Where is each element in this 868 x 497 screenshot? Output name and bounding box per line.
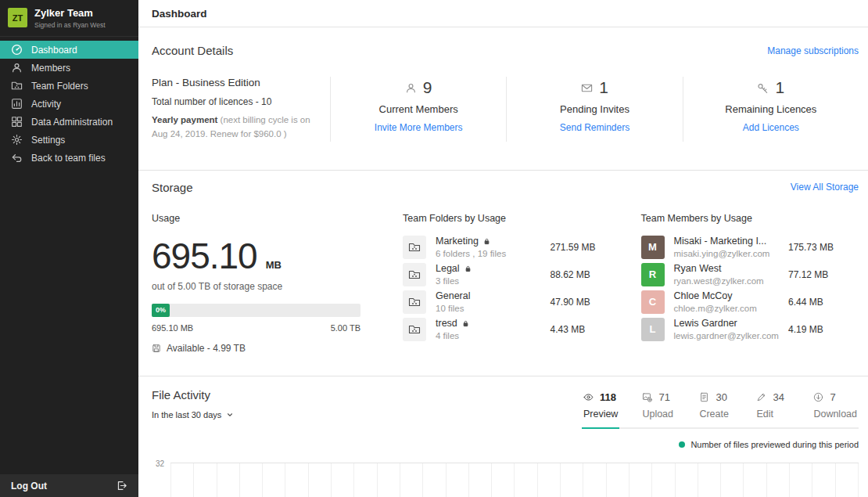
team-folder-row[interactable]: Marketing6 folders , 19 files271.59 MB bbox=[403, 236, 621, 259]
sidebar-item-back-to-team-files[interactable]: Back to team files bbox=[0, 149, 138, 167]
team-folders-title: Team Folders by Usage bbox=[403, 213, 621, 224]
team-folder-tile bbox=[403, 236, 426, 259]
member-email: chloe.m@zylker.com bbox=[674, 304, 757, 313]
chart-grid-cell bbox=[812, 463, 835, 497]
add-licences-link[interactable]: Add Licences bbox=[743, 122, 799, 133]
main-content: Dashboard Account Details Manage subscri… bbox=[138, 0, 868, 497]
folder-name: Marketing bbox=[436, 236, 506, 247]
team-folders-column: Team Folders by Usage Marketing6 folders… bbox=[403, 213, 621, 354]
chart-grid-cell bbox=[309, 463, 332, 497]
usage-column: Usage 695.10 MB out of 5.00 TB of storag… bbox=[152, 213, 382, 354]
member-email: ryan.west@zylker.com bbox=[674, 276, 764, 286]
data-administration-icon bbox=[11, 116, 23, 128]
chart-grid-cell bbox=[378, 463, 400, 497]
sidebar-item-activity[interactable]: Activity bbox=[0, 95, 138, 113]
account-details-title: Account Details bbox=[152, 44, 233, 57]
sidebar-item-data-administration[interactable]: Data Administration bbox=[0, 113, 138, 131]
folder-info: General10 files bbox=[436, 290, 470, 313]
stat-pending-invites: 1Pending InvitesSend Reminders bbox=[506, 77, 682, 142]
team-folder-row[interactable]: Legal3 files88.62 MB bbox=[403, 263, 621, 286]
team-folder-glyph bbox=[408, 323, 421, 336]
activity-chart: 32 bbox=[152, 463, 859, 497]
tab-count: 34 bbox=[773, 391, 784, 403]
available-label: Available - 4.99 TB bbox=[167, 343, 246, 354]
send-reminders-link[interactable]: Send Reminders bbox=[560, 122, 629, 133]
logout-button[interactable]: Log Out bbox=[0, 474, 138, 497]
team-folder-glyph bbox=[408, 296, 421, 308]
team-folder-glyph bbox=[408, 241, 421, 254]
tab-count-row: 7 bbox=[813, 391, 857, 403]
storage-percent-badge: 0% bbox=[152, 304, 170, 317]
member-name: Lewis Gardner bbox=[674, 318, 779, 329]
sidebar-item-settings[interactable]: Settings bbox=[0, 131, 138, 149]
chart-grid-cell bbox=[354, 463, 377, 497]
chart-legend: Number of files previewed during this pe… bbox=[152, 440, 859, 449]
tab-count: 71 bbox=[658, 391, 669, 403]
invite-more-members-link[interactable]: Invite More Members bbox=[375, 122, 463, 133]
tab-preview[interactable]: 118Preview bbox=[582, 390, 619, 429]
team-folder-row[interactable]: General10 files47.90 MB bbox=[403, 290, 621, 314]
team-member-row[interactable]: MMisaki - Marketing I...misaki.ying@zylk… bbox=[641, 236, 859, 259]
member-name: Misaki - Marketing I... bbox=[674, 236, 770, 247]
sidebar: ZT Zylker Team Signed in as Ryan West Da… bbox=[0, 0, 138, 497]
folder-name: tresd bbox=[436, 318, 469, 329]
stat-top: 9 bbox=[405, 78, 432, 97]
member-info: Misaki - Marketing I...misaki.ying@zylke… bbox=[674, 236, 770, 258]
folder-info: Legal3 files bbox=[436, 263, 472, 286]
stat-label: Pending Invites bbox=[560, 103, 629, 115]
chevron-down-icon bbox=[226, 411, 234, 419]
eye-icon bbox=[583, 392, 594, 402]
stat-top: 1 bbox=[581, 78, 608, 97]
chart-grid-cell bbox=[538, 463, 561, 497]
chart-grid-cell bbox=[790, 463, 812, 497]
tab-create[interactable]: 30Create bbox=[698, 390, 733, 429]
envelope-icon bbox=[581, 82, 593, 94]
team-member-row[interactable]: LLewis Gardnerlewis.gardner@zylker.com4.… bbox=[641, 318, 859, 341]
sidebar-item-label: Back to team files bbox=[31, 153, 106, 164]
manage-subscriptions-link[interactable]: Manage subscriptions bbox=[767, 45, 859, 56]
chart-y-tick: 32 bbox=[152, 459, 170, 497]
storage-used-label: 695.10 MB bbox=[152, 323, 193, 333]
member-name: Chloe McCoy bbox=[674, 290, 757, 301]
chart-grid-cell bbox=[263, 463, 285, 497]
date-range-dropdown[interactable]: In the last 30 days bbox=[152, 410, 234, 420]
member-size: 77.12 MB bbox=[788, 269, 859, 280]
back-icon bbox=[11, 152, 23, 164]
sidebar-item-label: Dashboard bbox=[31, 45, 77, 56]
edit-icon bbox=[756, 392, 766, 402]
team-folder-row[interactable]: tresd4 files4.43 MB bbox=[403, 318, 621, 341]
chart-grid-cell bbox=[423, 463, 446, 497]
folder-meta: 6 folders , 19 files bbox=[436, 249, 506, 258]
folder-meta: 4 files bbox=[436, 331, 469, 340]
tab-label: Download bbox=[813, 409, 857, 420]
create-icon bbox=[699, 392, 709, 402]
tab-edit[interactable]: 34Edit bbox=[755, 390, 791, 429]
folder-size: 88.62 MB bbox=[551, 269, 621, 280]
view-all-storage-link[interactable]: View All Storage bbox=[791, 182, 859, 193]
avatar: M bbox=[641, 236, 665, 259]
sidebar-item-members[interactable]: Members bbox=[0, 59, 138, 77]
chart-grid-cell bbox=[698, 463, 721, 497]
folder-meta: 3 files bbox=[436, 276, 472, 286]
upload-icon bbox=[642, 392, 652, 402]
stat-top: 1 bbox=[757, 78, 784, 97]
sidebar-item-dashboard[interactable]: Dashboard bbox=[0, 41, 138, 59]
team-member-row[interactable]: RRyan Westryan.west@zylker.com77.12 MB bbox=[641, 263, 859, 286]
sidebar-item-label: Team Folders bbox=[31, 81, 88, 92]
tab-count: 118 bbox=[600, 391, 616, 403]
member-email: misaki.ying@zylker.com bbox=[674, 249, 770, 258]
chart-grid-cell bbox=[583, 463, 606, 497]
tab-count-row: 118 bbox=[583, 391, 618, 403]
member-email: lewis.gardner@zylker.com bbox=[674, 331, 779, 340]
plan-title: Plan - Business Edition bbox=[152, 77, 321, 88]
team-member-row[interactable]: CChloe McCoychloe.m@zylker.com6.44 MB bbox=[641, 290, 859, 314]
stat-current-members: 9Current MembersInvite More Members bbox=[330, 77, 506, 142]
tab-download[interactable]: 7Download bbox=[812, 390, 859, 429]
sidebar-item-team-folders[interactable]: Team Folders bbox=[0, 77, 138, 95]
stat-remaining-licences: 1Remaining LicencesAdd Licences bbox=[683, 77, 859, 142]
chart-grid-cell bbox=[240, 463, 263, 497]
tab-upload[interactable]: 71Upload bbox=[640, 390, 676, 429]
folder-meta: 10 files bbox=[436, 304, 470, 313]
chart-grid-cell bbox=[447, 463, 469, 497]
key-icon bbox=[757, 82, 769, 94]
